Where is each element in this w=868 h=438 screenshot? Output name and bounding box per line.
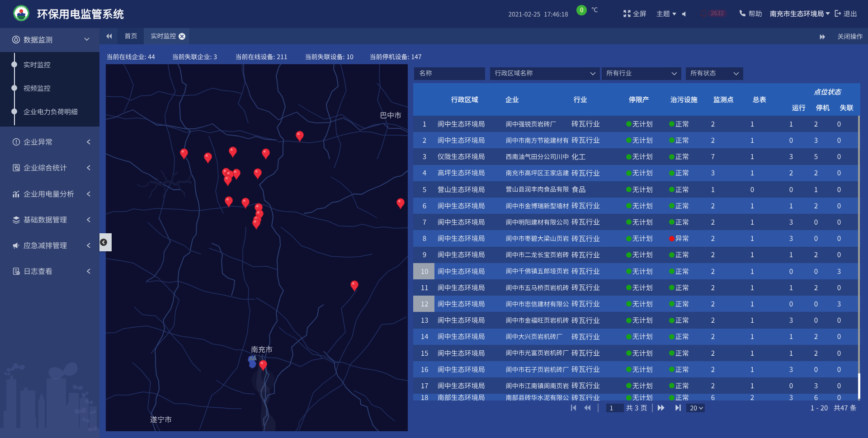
svg-text:NCHJ: NCHJ (19, 17, 24, 19)
